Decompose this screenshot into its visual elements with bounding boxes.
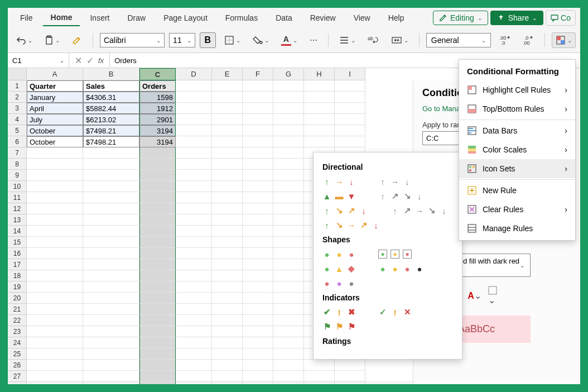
cf-new-rule[interactable]: New Rule — [459, 181, 575, 200]
share-button[interactable]: Share ⌄ — [490, 11, 543, 25]
cell[interactable] — [176, 147, 212, 159]
cell[interactable] — [83, 326, 139, 337]
cell[interactable] — [212, 360, 243, 371]
cell[interactable] — [27, 237, 83, 248]
cell[interactable] — [273, 170, 304, 181]
font-color-icon[interactable]: A⌄ — [467, 290, 481, 301]
cell[interactable] — [83, 170, 139, 181]
cell[interactable] — [27, 226, 83, 237]
cell[interactable] — [243, 203, 273, 214]
cell[interactable] — [273, 214, 304, 226]
font-color-button[interactable]: A ⌄ — [277, 32, 301, 49]
iconset-3symbols-circled[interactable]: ✔!✖ — [322, 308, 356, 317]
row-header[interactable]: 22 — [8, 315, 27, 326]
cell[interactable] — [83, 293, 139, 304]
cell[interactable] — [27, 326, 83, 337]
cell[interactable] — [212, 103, 243, 114]
increase-decimal-button[interactable]: .00.0 — [495, 32, 514, 48]
cell[interactable] — [212, 259, 243, 270]
cell[interactable] — [273, 371, 304, 382]
borders-button[interactable]: ⌄ — [220, 32, 244, 48]
cell[interactable] — [243, 226, 273, 237]
cell[interactable]: January — [27, 92, 83, 103]
cell[interactable] — [83, 181, 139, 192]
row-header[interactable]: 5 — [8, 125, 27, 136]
paste-button[interactable]: ⌄ — [41, 32, 64, 48]
cell[interactable] — [243, 248, 273, 259]
cell[interactable] — [176, 248, 212, 259]
col-header-a[interactable]: A — [27, 68, 83, 80]
cell[interactable] — [243, 125, 273, 136]
cell[interactable] — [273, 136, 304, 147]
cell[interactable] — [212, 203, 243, 214]
cell[interactable] — [176, 226, 212, 237]
comments-button[interactable]: Co — [546, 10, 576, 26]
cell[interactable] — [273, 147, 304, 159]
cell[interactable] — [243, 315, 273, 326]
cell[interactable] — [243, 270, 273, 281]
iconset-3triangles[interactable]: ▲▬▼ — [322, 192, 356, 200]
cell[interactable] — [27, 315, 83, 326]
cf-color-scales[interactable]: Color Scales › — [459, 140, 575, 159]
cell[interactable] — [176, 360, 212, 371]
cell[interactable] — [139, 382, 176, 384]
tab-home[interactable]: Home — [43, 9, 80, 26]
cell[interactable] — [243, 337, 273, 348]
font-selector[interactable]: Calibri ⌄ — [100, 33, 165, 47]
cell[interactable] — [212, 114, 243, 125]
cell[interactable] — [176, 159, 212, 170]
row-header[interactable]: 28 — [8, 382, 27, 384]
cell[interactable] — [139, 226, 176, 237]
fx-label[interactable]: fx — [98, 56, 104, 65]
name-box[interactable]: C1 ⌄ — [8, 53, 69, 68]
row-header[interactable]: 17 — [8, 259, 27, 270]
cell[interactable]: $5882.44 — [83, 103, 139, 114]
cell[interactable] — [27, 259, 83, 270]
bold-button[interactable]: B — [200, 32, 216, 48]
cell[interactable] — [176, 371, 212, 382]
cell[interactable] — [176, 136, 212, 147]
cell[interactable] — [273, 103, 304, 114]
cell[interactable]: $6213.02 — [83, 114, 139, 125]
cell[interactable] — [273, 92, 304, 103]
cell[interactable] — [304, 371, 335, 382]
cell[interactable] — [27, 371, 83, 382]
cell[interactable] — [176, 92, 212, 103]
cell[interactable] — [27, 360, 83, 371]
cell[interactable] — [27, 248, 83, 259]
cell[interactable] — [27, 214, 83, 226]
cell[interactable] — [176, 281, 212, 293]
cell[interactable] — [139, 348, 176, 360]
cell[interactable] — [27, 192, 83, 203]
cell[interactable] — [335, 382, 365, 384]
cell[interactable]: Quarter — [27, 80, 83, 92]
cell[interactable] — [212, 80, 243, 92]
iconset-4circles[interactable]: ●●●● — [378, 264, 424, 273]
cell[interactable] — [273, 114, 304, 125]
cell[interactable] — [83, 382, 139, 384]
cell[interactable] — [27, 170, 83, 181]
cell[interactable] — [273, 237, 304, 248]
cell[interactable] — [243, 147, 273, 159]
cell[interactable] — [304, 382, 335, 384]
cell[interactable] — [243, 192, 273, 203]
cell[interactable] — [83, 203, 139, 214]
cell[interactable] — [27, 304, 83, 315]
row-header[interactable]: 18 — [8, 270, 27, 281]
row-header[interactable]: 11 — [8, 192, 27, 203]
tab-draw[interactable]: Draw — [119, 10, 153, 26]
cell[interactable] — [243, 382, 273, 384]
tab-data[interactable]: Data — [268, 10, 300, 26]
iconset-3circles-boxed[interactable]: ●●● — [378, 250, 412, 259]
cell[interactable] — [273, 382, 304, 384]
cell[interactable] — [243, 103, 273, 114]
cell[interactable] — [139, 326, 176, 337]
cell[interactable] — [139, 281, 176, 293]
col-header-e[interactable]: E — [212, 68, 243, 80]
tab-file[interactable]: File — [12, 10, 41, 26]
wrap-text-button[interactable]: ab — [364, 33, 383, 47]
cell[interactable] — [83, 159, 139, 170]
cf-icon-sets[interactable]: Icon Sets › — [459, 159, 575, 178]
cell[interactable] — [243, 114, 273, 125]
cell[interactable] — [176, 348, 212, 360]
